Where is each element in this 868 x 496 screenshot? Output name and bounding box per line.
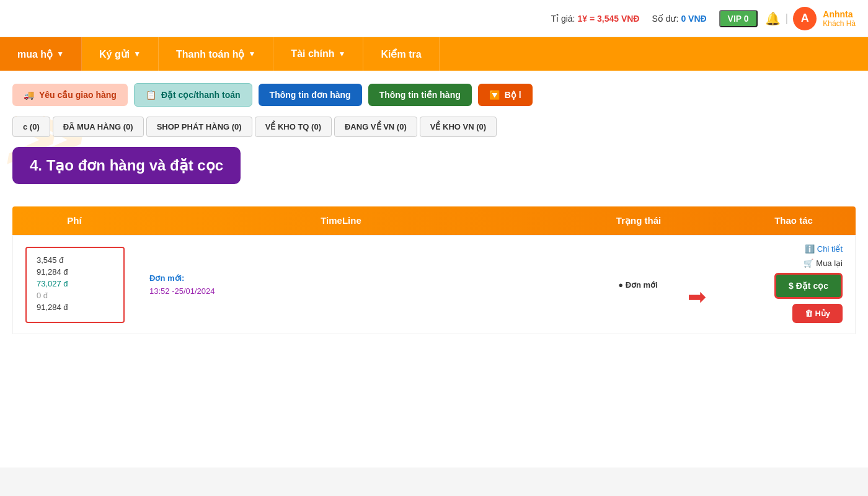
delivery-button[interactable]: 🚚 Yêu cầu giao hàng	[12, 84, 128, 106]
tab-da-mua-hang[interactable]: ĐÃ MUA HÀNG (0)	[53, 117, 144, 137]
table-row: 3,545 đ 91,284 đ 73,027 đ 0 đ 91,284 đ Đ…	[12, 235, 856, 334]
user-role: Khách Hà	[823, 19, 856, 28]
nav-item-kygui[interactable]: Ký gửi ▼	[82, 37, 159, 71]
nav-item-muaho[interactable]: mua hộ ▼	[0, 37, 82, 71]
cart-icon: 🛒	[804, 259, 813, 268]
balance-value: 0 VNĐ	[681, 14, 706, 24]
filter-icon: 🔽	[489, 90, 500, 100]
username: Anhnta	[823, 9, 856, 19]
main-content: ≫ Vận Chuyển Trung Việt 🚚 Yêu cầu giao h…	[0, 71, 868, 467]
action-buttons: 🚚 Yêu cầu giao hàng 📋 Đặt cọc/thanh toán…	[12, 83, 856, 107]
nav-item-thanhtoanho[interactable]: Thanh toán hộ ▼	[159, 37, 273, 71]
tutorial-row: 4. Tạo đơn hàng và đặt cọc	[12, 147, 856, 194]
tab-c[interactable]: c (0)	[12, 117, 50, 137]
timeline-cell: Đơn mới: 13:52 -25/01/2024	[137, 236, 545, 334]
order-status: ● Đơn mới	[618, 280, 658, 290]
price-row-4: 0 đ	[37, 291, 113, 300]
exchange-rate-label: Tỉ giá:	[551, 14, 575, 24]
action-cell: ℹ️ Chi tiết 🛒 Mua lại $ Đặt cọc 🗑 Hủy	[731, 236, 855, 334]
order-status-label: Đơn mới:	[149, 273, 533, 283]
price-row-3: 73,027 đ	[37, 279, 113, 288]
cancel-button[interactable]: 🗑 Hủy	[792, 304, 843, 323]
list-icon: 📋	[146, 90, 156, 100]
col-trangthai: Trạng thái	[546, 206, 732, 235]
table-header: Phí TimeLine Trạng thái Thao tác	[12, 206, 856, 235]
nav-item-kiemtra[interactable]: Kiểm tra	[363, 37, 439, 71]
nav-bar: mua hộ ▼ Ký gửi ▼ Thanh toán hộ ▼ Tài ch…	[0, 37, 868, 71]
chevron-down-icon: ▼	[248, 50, 255, 58]
price-cell: 3,545 đ 91,284 đ 73,027 đ 0 đ 91,284 đ	[13, 236, 137, 334]
price-details: 3,545 đ 91,284 đ 73,027 đ 0 đ 91,284 đ	[25, 247, 125, 323]
col-thaotac: Thao tác	[732, 206, 856, 235]
user-info: Anhnta Khách Hà	[823, 9, 856, 28]
chevron-down-icon: ▼	[133, 50, 141, 58]
chevron-down-icon: ▼	[339, 50, 346, 58]
tutorial-box: 4. Tạo đơn hàng và đặt cọc	[12, 147, 241, 184]
price-row-1: 3,545 đ	[37, 255, 113, 265]
info-icon: ℹ️	[805, 244, 815, 254]
vip-badge[interactable]: VIP 0	[719, 10, 758, 27]
tab-dang-ve-vn[interactable]: ĐANG VỀ VN (0)	[334, 117, 417, 137]
truck-icon: 🚚	[24, 90, 34, 100]
tab-ve-kho-tq[interactable]: VỀ KHO TQ (0)	[255, 117, 332, 137]
deposit-button[interactable]: $ Đặt cọc	[774, 273, 843, 299]
timeline-date: 13:52 -25/01/2024	[149, 286, 533, 296]
filter-button[interactable]: 🔽 Bộ l	[478, 84, 533, 106]
nav-item-taichinh[interactable]: Tài chính ▼	[273, 37, 363, 71]
divider: |	[786, 12, 789, 25]
detail-button[interactable]: ℹ️ Chi tiết	[805, 244, 843, 254]
col-phi: Phí	[12, 206, 136, 235]
price-row-2: 91,284 đ	[37, 267, 113, 277]
status-tabs: c (0) ĐÃ MUA HÀNG (0) SHOP PHÁT HÀNG (0)…	[12, 117, 856, 137]
chevron-down-icon: ▼	[56, 50, 64, 58]
red-arrow: ➡	[688, 284, 706, 310]
payment-info-button[interactable]: Thông tin tiền hàng	[368, 84, 472, 106]
balance-label: Số dư:	[652, 14, 678, 24]
avatar: A	[793, 7, 817, 30]
price-row-5: 91,284 đ	[37, 303, 113, 312]
rebuy-button[interactable]: 🛒 Mua lại	[804, 259, 843, 268]
order-info-button[interactable]: Thông tin đơn hàng	[259, 84, 362, 106]
deposit-payment-button[interactable]: 📋 Đặt cọc/thanh toán	[134, 83, 252, 107]
top-bar: Tỉ giá: 1¥ = 3,545 VNĐ Số dư: 0 VNĐ VIP …	[0, 0, 868, 37]
bell-icon[interactable]: 🔔	[765, 11, 781, 26]
col-timeline: TimeLine	[136, 206, 546, 235]
tab-ve-kho-vn[interactable]: VỀ KHO VN (0)	[420, 117, 497, 137]
exchange-rate-value: 1¥ = 3,545 VNĐ	[577, 14, 639, 24]
tab-shop-phat-hang[interactable]: SHOP PHÁT HÀNG (0)	[146, 117, 252, 137]
